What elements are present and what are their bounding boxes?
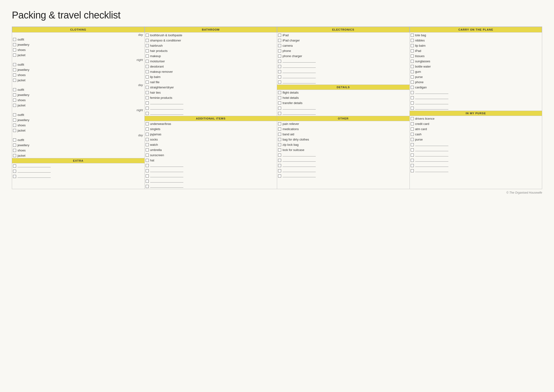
- checkbox[interactable]: [146, 91, 149, 94]
- checkbox[interactable]: [146, 86, 149, 89]
- list-item[interactable]: shoes: [12, 148, 145, 153]
- checkbox[interactable]: [411, 133, 414, 136]
- checkbox[interactable]: [278, 133, 281, 136]
- list-item[interactable]: band aid: [277, 132, 409, 137]
- list-item[interactable]: purse: [410, 137, 542, 142]
- list-item[interactable]: sunscreen: [145, 152, 277, 158]
- checkbox[interactable]: [411, 34, 414, 37]
- list-item[interactable]: sunglasses: [410, 59, 542, 64]
- checkbox[interactable]: [146, 49, 149, 52]
- list-item[interactable]: hairbrush: [145, 43, 277, 48]
- list-item[interactable]: shoes: [12, 98, 145, 103]
- list-item[interactable]: [145, 168, 277, 173]
- checkbox[interactable]: [278, 44, 281, 47]
- list-item[interactable]: [145, 173, 277, 178]
- checkbox[interactable]: [13, 38, 16, 41]
- checkbox[interactable]: [13, 54, 16, 57]
- checkbox[interactable]: [278, 70, 281, 73]
- list-item[interactable]: [145, 111, 277, 116]
- list-item[interactable]: [410, 168, 542, 173]
- checkbox[interactable]: [13, 98, 16, 102]
- checkbox[interactable]: [13, 93, 16, 97]
- checkbox[interactable]: [411, 65, 414, 68]
- list-item[interactable]: [277, 168, 409, 173]
- list-item[interactable]: straightener/dryer: [145, 85, 277, 90]
- checkbox[interactable]: [411, 70, 414, 73]
- list-item[interactable]: [12, 174, 145, 179]
- checkbox[interactable]: [146, 39, 149, 42]
- checkbox[interactable]: [278, 122, 281, 125]
- checkbox[interactable]: [411, 39, 414, 42]
- checkbox[interactable]: [13, 48, 16, 51]
- checkbox[interactable]: [411, 49, 414, 52]
- list-item[interactable]: [277, 105, 409, 111]
- list-item[interactable]: jewellery: [12, 67, 145, 72]
- list-item[interactable]: [277, 173, 409, 178]
- list-item[interactable]: [410, 147, 542, 152]
- checkbox[interactable]: [278, 75, 281, 78]
- checkbox[interactable]: [411, 107, 414, 110]
- list-item[interactable]: [277, 64, 409, 69]
- checkbox[interactable]: [278, 112, 281, 115]
- list-item[interactable]: [277, 69, 409, 74]
- list-item[interactable]: cardigan: [410, 85, 542, 90]
- list-item[interactable]: phone: [277, 48, 409, 53]
- checkbox[interactable]: [146, 65, 149, 68]
- list-item[interactable]: jacket: [12, 52, 145, 58]
- list-item[interactable]: [277, 163, 409, 168]
- checkbox[interactable]: [278, 175, 281, 177]
- checkbox[interactable]: [13, 144, 16, 147]
- checkbox[interactable]: [146, 138, 149, 141]
- list-item[interactable]: [145, 178, 277, 184]
- checkbox[interactable]: [146, 127, 149, 131]
- list-item[interactable]: [277, 158, 409, 163]
- checkbox[interactable]: [146, 164, 149, 167]
- list-item[interactable]: purse: [410, 74, 542, 79]
- list-item[interactable]: shoes: [12, 123, 145, 128]
- checkbox[interactable]: [13, 79, 16, 82]
- list-item[interactable]: [410, 142, 542, 147]
- list-item[interactable]: jewellery: [12, 142, 145, 148]
- checkbox[interactable]: [278, 60, 281, 63]
- checkbox[interactable]: [278, 107, 281, 110]
- checkbox[interactable]: [146, 81, 149, 84]
- checkbox[interactable]: [411, 122, 414, 125]
- list-item[interactable]: outfit: [12, 37, 145, 42]
- list-item[interactable]: shampoo & conditioner: [145, 38, 277, 43]
- checkbox[interactable]: [13, 138, 16, 141]
- list-item[interactable]: phone charger: [277, 53, 409, 59]
- list-item[interactable]: atm card: [410, 126, 542, 132]
- list-item[interactable]: lip balm: [410, 43, 542, 48]
- list-item[interactable]: [410, 152, 542, 158]
- checkbox[interactable]: [278, 154, 281, 157]
- checkbox[interactable]: [146, 180, 149, 183]
- checkbox[interactable]: [278, 164, 281, 167]
- checkbox[interactable]: [146, 107, 149, 110]
- checkbox[interactable]: [411, 148, 414, 151]
- checkbox[interactable]: [13, 149, 16, 152]
- checkbox[interactable]: [13, 88, 16, 91]
- checkbox[interactable]: [278, 138, 281, 141]
- checkbox[interactable]: [146, 112, 149, 115]
- list-item[interactable]: [410, 100, 542, 105]
- checkbox[interactable]: [411, 44, 414, 47]
- checkbox[interactable]: [411, 86, 414, 89]
- list-item[interactable]: [145, 105, 277, 111]
- checkbox[interactable]: [411, 75, 414, 78]
- checkbox[interactable]: [278, 148, 281, 151]
- checkbox[interactable]: [13, 119, 16, 122]
- list-item[interactable]: lock for suitcase: [277, 147, 409, 152]
- list-item[interactable]: camera: [277, 43, 409, 48]
- list-item[interactable]: pain reliever: [277, 121, 409, 126]
- list-item[interactable]: tote bag: [410, 33, 542, 38]
- checkbox[interactable]: [278, 96, 281, 99]
- checkbox[interactable]: [278, 65, 281, 68]
- list-item[interactable]: jacket: [12, 128, 145, 133]
- checkbox[interactable]: [146, 154, 149, 157]
- list-item[interactable]: nibbles: [410, 38, 542, 43]
- list-item[interactable]: cash: [410, 132, 542, 137]
- list-item[interactable]: watch: [145, 142, 277, 147]
- list-item[interactable]: [277, 152, 409, 158]
- checkbox[interactable]: [278, 159, 281, 162]
- list-item[interactable]: drivers licence: [410, 116, 542, 121]
